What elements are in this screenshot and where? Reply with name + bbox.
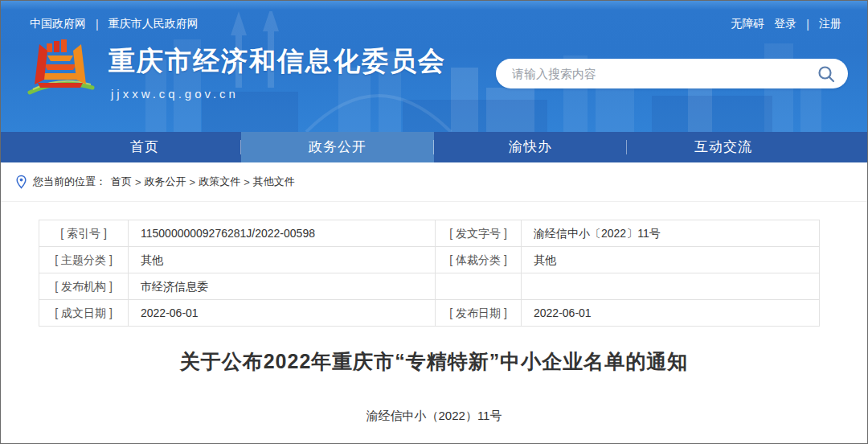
search-input[interactable] (512, 67, 816, 80)
location-pin-icon (15, 175, 27, 189)
breadcrumb-separator: > (244, 176, 250, 188)
breadcrumb-separator: > (135, 176, 141, 188)
accessibility-link[interactable]: 无障碍 (731, 17, 764, 31)
table-row: [ 成文日期 ] 2022-06-01 [ 发布日期 ] 2022-06-01 (39, 300, 820, 327)
search-box (496, 59, 848, 88)
breadcrumb-prefix: 您当前的位置： (33, 175, 106, 189)
top-bar-right: 无障碍 登录 | 注册 (731, 17, 841, 31)
empty-value (522, 273, 820, 300)
main-nav-inner: 首页 政务公开 渝快办 互动交流 (48, 132, 820, 162)
breadcrumb-policy-documents[interactable]: 政策文件 (199, 175, 240, 189)
genre-category-value: 其他 (522, 247, 820, 273)
breadcrumb: 您当前的位置： 首页 > 政务公开 > 政策文件 > 其他文件 (1, 162, 867, 202)
search-icon (816, 64, 837, 84)
issue-number-value: 渝经信中小〔2022〕11号 (522, 220, 820, 247)
nav-tab-government-affairs[interactable]: 政务公开 (241, 132, 434, 162)
table-row: [ 索引号 ] 11500000009276281J/2022-00598 [ … (39, 220, 820, 247)
login-link[interactable]: 登录 (774, 17, 796, 31)
login-register-divider: | (806, 18, 809, 31)
search-button[interactable] (816, 64, 837, 84)
topic-category-label: [ 主题分类 ] (39, 247, 129, 273)
table-row: [ 发布机构 ] 市经济信息委 (39, 273, 820, 300)
link-china-gov[interactable]: 中国政府网 (30, 17, 86, 31)
nav-tab-yukuaiban[interactable]: 渝快办 (434, 132, 627, 162)
top-bar-divider: | (96, 18, 99, 31)
page: 中国政府网 | 重庆市人民政府网 无障碍 登录 | 注册 (0, 0, 868, 444)
site-url: jjxxw.cq.gov.cn (111, 87, 446, 101)
top-bar-left: 中国政府网 | 重庆市人民政府网 (30, 17, 199, 31)
register-link[interactable]: 注册 (819, 17, 841, 31)
empty-label (436, 273, 522, 300)
publishing-agency-value: 市经济信息委 (129, 273, 436, 300)
genre-category-label: [ 体裁分类 ] (436, 247, 522, 273)
breadcrumb-other-documents[interactable]: 其他文件 (253, 175, 295, 189)
breadcrumb-home[interactable]: 首页 (111, 175, 132, 189)
written-date-label: [ 成文日期 ] (39, 300, 129, 327)
publish-date-value: 2022-06-01 (522, 300, 820, 327)
article-title: 关于公布2022年重庆市“专精特新”中小企业名单的通知 (1, 348, 867, 375)
brand-text: 重庆市经济和信息化委员会 jjxxw.cq.gov.cn (108, 43, 446, 101)
written-date-value: 2022-06-01 (129, 300, 436, 327)
nav-tab-home[interactable]: 首页 (48, 132, 241, 162)
issue-number-label: [ 发文字号 ] (436, 220, 522, 247)
link-chongqing-gov[interactable]: 重庆市人民政府网 (108, 17, 199, 31)
table-row: [ 主题分类 ] 其他 [ 体裁分类 ] 其他 (39, 247, 820, 273)
site-logo-icon[interactable] (23, 38, 97, 105)
document-info-table: [ 索引号 ] 11500000009276281J/2022-00598 [ … (39, 220, 820, 327)
breadcrumb-government-affairs[interactable]: 政务公开 (145, 175, 186, 189)
site-header: 中国政府网 | 重庆市人民政府网 无障碍 登录 | 注册 (1, 1, 867, 132)
article-doc-number: 渝经信中小（2022）11号 (1, 409, 867, 424)
index-number-value: 11500000009276281J/2022-00598 (129, 220, 436, 247)
main-nav: 首页 政务公开 渝快办 互动交流 (1, 132, 867, 162)
top-bar: 中国政府网 | 重庆市人民政府网 无障碍 登录 | 注册 (1, 1, 867, 31)
index-number-label: [ 索引号 ] (39, 220, 129, 247)
topic-category-value: 其他 (129, 247, 436, 273)
nav-tab-interaction[interactable]: 互动交流 (627, 132, 820, 162)
publishing-agency-label: [ 发布机构 ] (39, 273, 129, 300)
breadcrumb-separator: > (190, 176, 196, 188)
site-name[interactable]: 重庆市经济和信息化委员会 (108, 43, 446, 80)
publish-date-label: [ 发布日期 ] (436, 300, 522, 327)
